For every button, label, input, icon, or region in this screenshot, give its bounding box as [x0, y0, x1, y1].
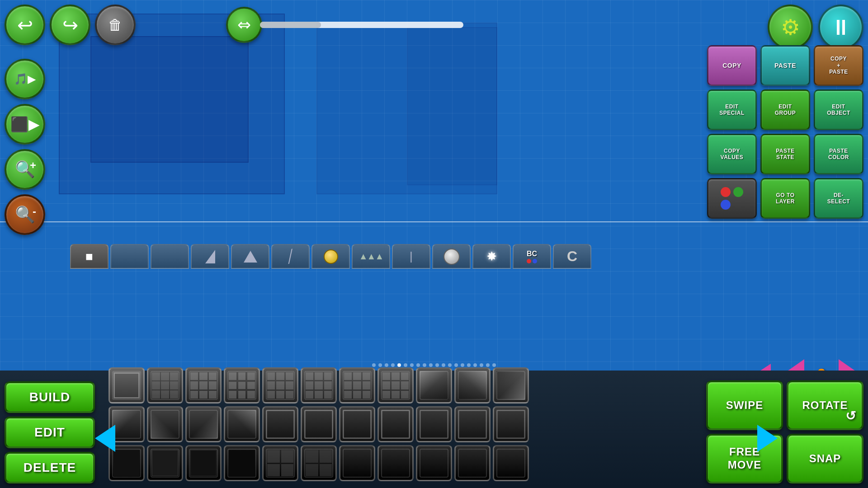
- dot-3: [385, 363, 388, 367]
- undo-button[interactable]: ↩: [5, 5, 45, 45]
- tab-sphere[interactable]: [432, 244, 471, 269]
- grid-nav-right[interactable]: [757, 425, 778, 452]
- swipe-button[interactable]: SWIPE: [706, 380, 783, 430]
- music-button[interactable]: 🎵▶: [5, 59, 45, 99]
- obj-cell-1-10[interactable]: [454, 367, 491, 404]
- tab-c[interactable]: C: [553, 244, 591, 269]
- snap-button[interactable]: SNAP: [787, 434, 863, 483]
- tab-blank2[interactable]: [151, 244, 189, 269]
- right-panel-row-2: EDITSPECIAL EDITGROUP EDITOBJECT: [707, 89, 863, 130]
- corner-block3-icon: [496, 371, 525, 400]
- copy-values-button[interactable]: COPYVALUES: [707, 134, 757, 174]
- solid-block3-icon: [190, 450, 217, 476]
- slider-track[interactable]: [260, 22, 463, 28]
- copy-paste-button[interactable]: COPY+PASTE: [814, 45, 863, 86]
- edit-special-button[interactable]: EDITSPECIAL: [707, 89, 757, 130]
- obj-cell-1-6[interactable]: [301, 367, 337, 404]
- paste-button[interactable]: PASTE: [760, 45, 810, 86]
- block-v3-icon: [306, 372, 332, 399]
- obj-cell-2-8[interactable]: [377, 406, 414, 442]
- dot-11: [435, 363, 439, 367]
- object-grid: [108, 363, 769, 486]
- zoom-in-button[interactable]: 🔍 +: [5, 149, 45, 190]
- obj-cell-3-9[interactable]: [416, 445, 452, 481]
- go-to-layer-button[interactable]: GO TOLAYER: [760, 178, 810, 219]
- record-button[interactable]: ⬛▶: [5, 104, 45, 145]
- slope-icon: [205, 250, 215, 263]
- obj-cell-2-4[interactable]: [224, 406, 260, 442]
- obj-cell-3-5[interactable]: [262, 445, 298, 481]
- build-button[interactable]: BUILD: [5, 381, 95, 413]
- edit-button[interactable]: EDIT: [5, 417, 95, 448]
- obj-cell-3-2[interactable]: [147, 445, 183, 481]
- frame-block4-icon: [381, 410, 410, 439]
- settings-button[interactable]: ⚙: [768, 5, 813, 50]
- grid-nav-left[interactable]: [95, 425, 115, 452]
- dot-16: [467, 363, 471, 367]
- obj-cell-1-9[interactable]: [416, 367, 452, 404]
- copy-button[interactable]: COPY: [707, 45, 757, 86]
- corner-block2-icon: [458, 371, 487, 400]
- obj-cell-3-6[interactable]: [301, 445, 337, 481]
- tab-block[interactable]: ■: [70, 244, 108, 269]
- top-right-buttons: ⚙ ⏸: [768, 5, 863, 50]
- tab-spikes[interactable]: ▲▲▲: [352, 244, 390, 269]
- tab-pillar[interactable]: |: [392, 244, 430, 269]
- obj-cell-1-4[interactable]: [224, 367, 260, 404]
- obj-cell-2-7[interactable]: [339, 406, 375, 442]
- obj-cell-3-10[interactable]: [454, 445, 491, 481]
- edit-object-button[interactable]: EDITOBJECT: [814, 89, 863, 130]
- dark-block3-icon: [189, 410, 218, 439]
- tab-circle[interactable]: [311, 244, 350, 269]
- paste-state-button[interactable]: PASTESTATE: [760, 134, 810, 174]
- obj-cell-1-1[interactable]: [108, 367, 145, 404]
- dot-15: [461, 363, 464, 367]
- obj-cell-3-7[interactable]: [339, 445, 375, 481]
- delete-button[interactable]: 🗑: [95, 5, 136, 45]
- obj-cell-2-10[interactable]: [454, 406, 491, 442]
- obj-cell-1-11[interactable]: [493, 367, 529, 404]
- delete-mode-button[interactable]: DELETE: [5, 452, 95, 483]
- zoom-out-button[interactable]: 🔍 -: [5, 194, 45, 235]
- tab-slope[interactable]: [191, 244, 229, 269]
- obj-cell-1-5[interactable]: [262, 367, 298, 404]
- obj-cell-1-3[interactable]: [185, 367, 222, 404]
- obj-cell-2-9[interactable]: [416, 406, 452, 442]
- paste-color-button[interactable]: PASTECOLOR: [814, 134, 863, 174]
- dark-block2-icon: [151, 410, 179, 439]
- rotate-button[interactable]: ROTATE ↺: [787, 380, 863, 430]
- green-dot: [733, 187, 743, 197]
- redo-button[interactable]: ↪: [50, 5, 90, 45]
- obj-cell-2-11[interactable]: [493, 406, 529, 442]
- obj-cell-3-11[interactable]: [493, 445, 529, 481]
- tab-ramp[interactable]: ╱: [271, 244, 310, 269]
- obj-cell-1-2[interactable]: [147, 367, 183, 404]
- obj-cell-3-8[interactable]: [377, 445, 414, 481]
- obj-cell-2-6[interactable]: [301, 406, 337, 442]
- tab-blank1[interactable]: [110, 244, 149, 269]
- slider-icon: ⇔: [226, 7, 262, 43]
- tab-burst[interactable]: ✸: [472, 244, 511, 269]
- pause-button[interactable]: ⏸: [818, 5, 863, 50]
- obj-cell-2-3[interactable]: [185, 406, 222, 442]
- misc-block4-icon: [459, 450, 486, 476]
- grid-small-icon: [190, 372, 217, 399]
- obj-cell-1-7[interactable]: [339, 367, 375, 404]
- obj-cell-2-2[interactable]: [147, 406, 183, 442]
- obj-cell-1-8[interactable]: [377, 367, 414, 404]
- misc-block2-icon: [382, 450, 409, 476]
- deselect-button[interactable]: DE-SELECT: [814, 178, 863, 219]
- edit-group-button[interactable]: EDITGROUP: [760, 89, 810, 130]
- minus-icon: -: [33, 205, 36, 218]
- dot-4: [391, 363, 395, 367]
- trash-icon: 🗑: [108, 17, 123, 33]
- tab-bc[interactable]: BC: [513, 244, 551, 269]
- grid-3x3-b-icon: [152, 372, 178, 399]
- colors-button[interactable]: [707, 178, 757, 219]
- tab-triangle[interactable]: [231, 244, 269, 269]
- obj-cell-3-3[interactable]: [185, 445, 222, 481]
- obj-cell-3-4[interactable]: [224, 445, 260, 481]
- redo-icon: ↪: [62, 14, 78, 36]
- obj-cell-2-5[interactable]: [262, 406, 298, 442]
- block-v5-icon: [382, 372, 409, 399]
